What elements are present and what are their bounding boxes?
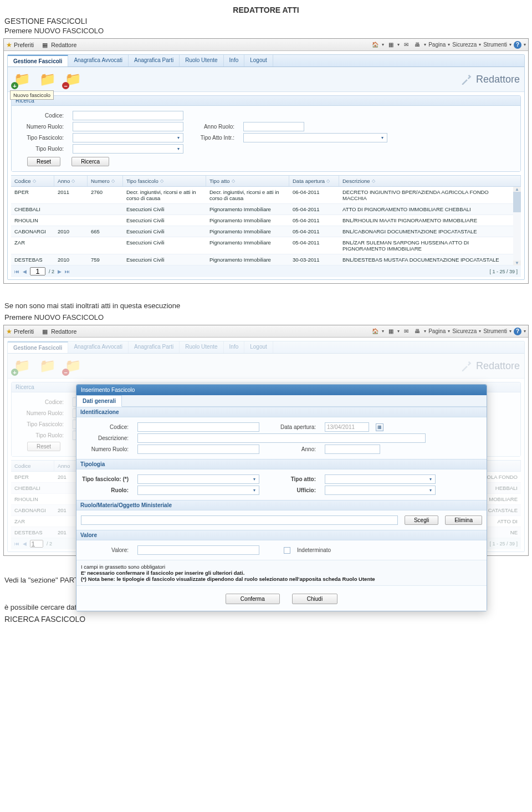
conferma-button[interactable]: Conferma	[226, 594, 280, 604]
pager-next-icon[interactable]: ▶	[58, 269, 62, 274]
pager-page-input	[30, 540, 43, 548]
home-icon[interactable]: 🏠	[371, 41, 380, 49]
sicurezza-menu[interactable]: Sicurezza	[452, 42, 477, 48]
open-fascicolo-button[interactable]: 📁	[38, 70, 58, 88]
page-icon: ▦	[40, 41, 49, 49]
pager-last-icon[interactable]: ⏭	[65, 269, 70, 274]
doc-para2b: Premere NUOVO FASCICOLO	[4, 313, 532, 321]
scegli-button[interactable]: Scegli	[405, 515, 438, 525]
mail-icon[interactable]: ✉	[402, 41, 411, 49]
pager-total: / 2	[47, 541, 52, 547]
ricerca-button[interactable]: Ricerca	[71, 157, 109, 166]
mail-icon[interactable]: ✉	[402, 328, 411, 335]
tiporuolo-select[interactable]: ▾	[73, 144, 183, 154]
favorites-label[interactable]: Preferiti	[14, 328, 34, 335]
col-descrizione[interactable]: Descrizione	[342, 178, 370, 184]
tab-dati-generali[interactable]: Dati generali	[76, 395, 122, 407]
doc-para2a: Se non sono mai stati inoltrati atti in …	[4, 302, 532, 310]
grid-scrollbar[interactable]: ▲ ▼	[513, 187, 521, 265]
reset-button[interactable]: Reset	[27, 157, 60, 166]
nav-gestione-fascicoli[interactable]: Gestione Fascicoli	[8, 55, 68, 67]
new-fascicolo-button[interactable]: 📁	[12, 70, 32, 88]
col-dataapertura[interactable]: Data apertura	[293, 178, 325, 184]
feeds-icon[interactable]: ▦	[386, 328, 395, 335]
pager-total: / 2	[49, 269, 54, 274]
modal-codice-input[interactable]	[137, 422, 259, 432]
pagina-menu[interactable]: Pagina	[428, 42, 446, 48]
modal-ruolomateria-input[interactable]	[81, 515, 398, 525]
strumenti-menu[interactable]: Strumenti	[483, 328, 507, 334]
delete-fascicolo-button: 📁	[63, 357, 83, 375]
modal-ufficio-select[interactable]: ▾	[325, 486, 436, 495]
strumenti-menu[interactable]: Strumenti	[483, 42, 507, 48]
nav-anagrafica-avvocati: Anagrafica Avvocati	[68, 341, 129, 353]
nav-anagrafica-avvocati[interactable]: Anagrafica Avvocati	[68, 55, 129, 67]
pagina-menu[interactable]: Pagina	[428, 328, 446, 334]
tab-title[interactable]: Redattore	[51, 328, 76, 335]
numeroruolo-input[interactable]	[73, 122, 183, 131]
table-row[interactable]: ZAREsecuzioni CiviliPignoramento Immobil…	[11, 237, 513, 254]
modal-valore-label: Valore:	[81, 547, 129, 553]
table-row[interactable]: RHOULINEsecuzioni CiviliPignoramento Imm…	[11, 215, 513, 226]
delete-fascicolo-button[interactable]: 📁	[63, 70, 83, 88]
modal-tipofascicolo-select[interactable]: ▾	[137, 474, 259, 484]
print-icon[interactable]: 🖶	[413, 41, 422, 49]
page-title: REDATTORE ATTI	[0, 6, 532, 14]
codice-label: Codice:	[16, 399, 64, 405]
numeroruolo-label: Numero Ruolo:	[16, 124, 64, 130]
table-row[interactable]: BPER20112760Decr. ingiuntivi, ricorsi e …	[11, 187, 513, 204]
home-icon[interactable]: 🏠	[371, 328, 380, 335]
nav-gestione-fascicoli: Gestione Fascicoli	[8, 341, 68, 353]
col-tipoatto[interactable]: Tipo atto	[209, 178, 230, 184]
elimina-button[interactable]: Elimina	[445, 515, 482, 525]
tipoattointr-select[interactable]: ▾	[243, 133, 387, 142]
nav-info: Info	[224, 341, 245, 353]
annoruolo-input[interactable]	[243, 122, 304, 131]
feeds-icon[interactable]: ▦	[386, 41, 395, 49]
pager-first-icon[interactable]: ⏮	[14, 269, 19, 274]
section-identificazione: Identificazione	[76, 407, 487, 417]
modal-valore-input[interactable]	[137, 545, 259, 555]
pager-page-input[interactable]	[30, 267, 45, 275]
modal-ruolo-select[interactable]: ▾	[137, 486, 259, 495]
chiudi-button[interactable]: Chiudi	[292, 594, 337, 604]
col-anno[interactable]: Anno	[58, 178, 70, 184]
help-icon[interactable]: ?	[514, 328, 521, 335]
modal-tipoatto-select[interactable]: ▾	[325, 474, 436, 484]
tiporuolo-label: Tipo Ruolo:	[16, 432, 64, 438]
favorites-label[interactable]: Preferiti	[14, 42, 34, 48]
main-nav: Gestione Fascicoli Anagrafica Avvocati A…	[8, 55, 524, 67]
reset-button: Reset	[27, 442, 60, 451]
modal-descrizione-label: Descrizione:	[81, 435, 129, 441]
open-fascicolo-button: 📁	[38, 357, 58, 375]
tab-title[interactable]: Redattore	[51, 42, 76, 48]
modal-descrizione-input[interactable]	[137, 433, 426, 443]
modal-ufficio-label: Ufficio:	[266, 487, 316, 493]
col-numero[interactable]: Numero	[91, 178, 110, 184]
doc-heading1: GESTIONE FASCICOLI	[4, 17, 532, 25]
section-tipologia: Tipologia	[76, 459, 487, 469]
indeterminato-checkbox[interactable]	[284, 547, 290, 554]
modal-dataapertura-label: Data apertura:	[266, 424, 316, 430]
nav-logout[interactable]: Logout	[244, 55, 273, 67]
calendar-icon[interactable]: ▦	[376, 423, 383, 431]
pager-prev-icon[interactable]: ◀	[23, 269, 27, 274]
codice-input[interactable]	[73, 111, 183, 120]
table-row[interactable]: CABONARGI2010665Esecuzioni CiviliPignora…	[11, 226, 513, 237]
tipofascicolo-select[interactable]: ▾	[73, 133, 183, 142]
nav-logout: Logout	[244, 341, 273, 353]
modal-anno-input[interactable]	[325, 445, 380, 454]
nav-info[interactable]: Info	[224, 55, 245, 67]
modal-tipofascicolo-label: Tipo fascicolo: (*)	[81, 476, 129, 482]
modal-numeroruolo-input[interactable]	[137, 445, 259, 454]
table-row[interactable]: CHEBBALIEsecuzioni CiviliPignoramento Im…	[11, 204, 513, 215]
help-icon[interactable]: ?	[514, 41, 521, 49]
modal-tipoatto-label: Tipo atto:	[266, 476, 316, 482]
nav-anagrafica-parti[interactable]: Anagrafica Parti	[129, 55, 180, 67]
print-icon[interactable]: 🖶	[413, 328, 422, 335]
col-codice[interactable]: Codice	[14, 178, 31, 184]
nav-ruolo-utente[interactable]: Ruolo Utente	[180, 55, 223, 67]
table-row[interactable]: DESTEBAS2010759Esecuzioni CiviliPignoram…	[11, 254, 513, 265]
sicurezza-menu[interactable]: Sicurezza	[452, 328, 477, 334]
col-tipofascicolo[interactable]: Tipo fascicolo	[126, 178, 158, 184]
